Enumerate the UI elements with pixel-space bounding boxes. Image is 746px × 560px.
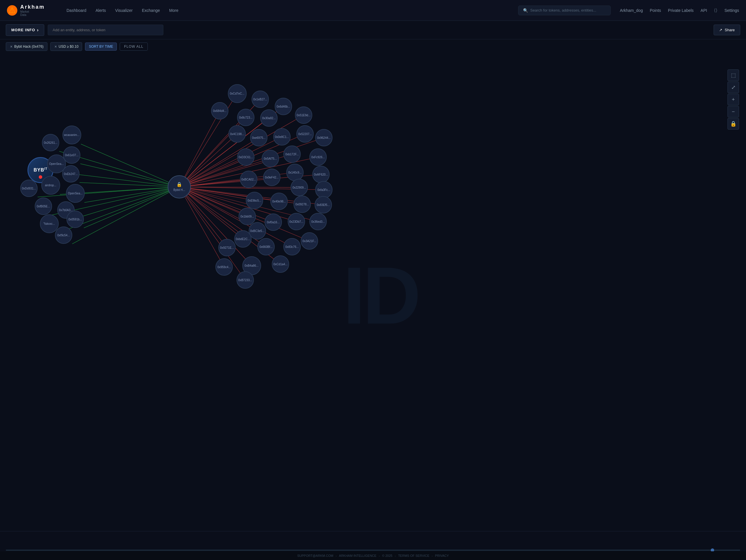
nav-arkham-dog[interactable]: Arkham_dog xyxy=(620,8,643,13)
graph-node[interactable]: 0x96244... xyxy=(315,129,333,146)
bybit-indicator xyxy=(39,175,42,179)
graph-node[interactable]: 0x0e8C1... xyxy=(273,128,291,145)
filter-sort-time[interactable]: SORT BY TIME xyxy=(85,43,117,51)
nav-visualizer[interactable]: Visualizer xyxy=(111,6,137,15)
graph-node[interactable]: 0xD3C61... xyxy=(237,148,254,166)
share-button[interactable]: ↗ Share xyxy=(714,25,740,35)
graph-node[interactable]: 0x30a82... xyxy=(260,109,278,127)
graph-node-label: 0x3A21F... xyxy=(302,239,317,243)
graph-node[interactable]: 0x23Db7... xyxy=(288,213,305,230)
graph-node[interactable]: 0xf9c54... xyxy=(55,226,72,244)
graph-node[interactable]: 0xFc926... xyxy=(309,148,327,166)
graph-node-label: 0xBCA02... xyxy=(241,177,257,181)
graph-node[interactable]: 0x83Ef5... xyxy=(315,196,332,214)
lock-view-button[interactable]: 🔒 xyxy=(727,118,739,130)
graph-node[interactable]: 0xfB05E... xyxy=(35,198,52,215)
graph-node[interactable]: 0x09278... xyxy=(293,196,311,213)
zoom-in-button[interactable]: + xyxy=(727,94,739,105)
nav-dashboard[interactable]: Dashboard xyxy=(62,6,90,15)
graph-node-label: 0x36ed3... xyxy=(311,220,325,224)
graph-node-label: 0xf0a16... xyxy=(266,220,280,224)
nav-api[interactable]: API xyxy=(700,8,707,13)
graph-node-label: 0x1eB27... xyxy=(253,97,268,102)
nav-alerts[interactable]: Alerts xyxy=(92,6,110,15)
graph-node-label: 0x1bb09... xyxy=(240,214,255,219)
graph-node[interactable]: 0xf0a16... xyxy=(264,214,282,231)
graph-node-label: 0x09278... xyxy=(295,202,310,206)
graph-node[interactable]: airdrop... xyxy=(41,176,60,195)
timeline-bar[interactable] xyxy=(6,550,740,551)
nav-points[interactable]: Points xyxy=(650,8,661,13)
graph-node[interactable]: 0x8c723... xyxy=(237,109,254,126)
graph-node-label: OpenSea... xyxy=(67,191,83,196)
graph-node[interactable]: 0xCd1a4... xyxy=(272,255,289,273)
graph-node[interactable]: 0x959c4... xyxy=(216,258,233,276)
share-icon: ↗ xyxy=(719,28,722,32)
graph-node[interactable]: 0xe6975... xyxy=(250,129,267,146)
center-node[interactable]: 🔒 Bybit H... xyxy=(168,175,191,198)
logo-area: Arkham MarketData xyxy=(7,4,53,17)
filter-flow-all[interactable]: FLOW ALL xyxy=(120,43,148,51)
graph-area: ID 🔒 Bybit H... BYBIT 0xCd7eC...0x1eB27.… xyxy=(0,60,746,531)
graph-node[interactable]: 0x1eB27... xyxy=(252,90,269,108)
graph-node[interactable]: 0xAF620... xyxy=(312,166,329,183)
graph-node[interactable]: 0xEb247... xyxy=(62,165,80,183)
graph-node-label: 0xD3C61... xyxy=(238,155,254,159)
graph-node-label: 0x52207... xyxy=(298,132,313,136)
graph-node[interactable]: 0x660Bf... xyxy=(257,238,275,255)
graph-node[interactable]: 0x6d46b... xyxy=(275,98,292,115)
nav-settings[interactable]: Settings xyxy=(724,8,739,13)
graph-node[interactable]: 0x9eF42... xyxy=(263,169,281,186)
graph-node[interactable]: 0xE9bc5... xyxy=(246,192,263,209)
graph-node[interactable]: wcaoanim... xyxy=(62,125,81,144)
arkham-logo-icon xyxy=(7,5,17,16)
graph-node[interactable]: 0xb172F... xyxy=(283,145,301,163)
graph-node[interactable]: 0x51E9d... xyxy=(295,107,312,124)
graph-node-label: 0xEb247... xyxy=(63,172,78,176)
nav-exchange[interactable]: Exchange xyxy=(138,6,164,15)
graph-node[interactable]: 0xbdE2C... xyxy=(234,230,252,248)
graph-node[interactable]: 0xCd7eC... xyxy=(228,84,247,103)
more-info-button[interactable]: MORE INFO xyxy=(6,24,44,36)
graph-node[interactable]: 0x4C198... xyxy=(228,125,246,143)
graph-node[interactable]: 0xB7233... xyxy=(236,271,254,289)
graph-node[interactable]: 0x684d4... xyxy=(211,102,228,119)
svg-line-6 xyxy=(80,183,179,187)
graph-node-label: 0x660Bf... xyxy=(259,245,273,249)
nav-private-labels[interactable]: Private Labels xyxy=(668,8,694,13)
graph-node[interactable]: 0xfa3Fc... xyxy=(315,181,333,198)
graph-node[interactable]: 0xBCA02... xyxy=(240,171,257,188)
filter-usd-close-icon[interactable]: × xyxy=(55,44,57,49)
svg-line-12 xyxy=(84,187,179,228)
graph-node[interactable]: 0x1bb09... xyxy=(238,208,256,225)
filter-close-icon[interactable]: × xyxy=(10,44,12,49)
graph-node[interactable]: 0x40e98... xyxy=(270,193,288,210)
graph-node[interactable]: OpenSea... xyxy=(66,184,85,203)
cursor-tool-button[interactable]: ⬚ xyxy=(727,69,739,81)
svg-line-32 xyxy=(179,177,272,187)
filter-usd[interactable]: × USD ≥ $0.10 xyxy=(50,42,82,51)
graph-node[interactable]: 0x22909... xyxy=(291,179,308,196)
lock-icon: 🔒 xyxy=(176,181,182,187)
graph-node[interactable]: 0x5Af75... xyxy=(262,150,279,167)
graph-node[interactable]: 0xDd931... xyxy=(20,179,37,197)
graph-node-label: 0x4C198... xyxy=(230,132,245,136)
fullscreen-button[interactable]: ⤢ xyxy=(727,82,739,93)
graph-node[interactable]: 0x61e07... xyxy=(63,146,80,164)
graph-node[interactable]: 0x52207... xyxy=(296,125,314,143)
search-bar[interactable]: 🔍 Search for tokens, addresses, entities… xyxy=(518,5,611,15)
graph-node[interactable]: 0x140c9... xyxy=(286,164,304,181)
graph-node[interactable]: 0x3A21F... xyxy=(301,232,318,250)
graph-node[interactable]: 0x9271E... xyxy=(218,239,236,256)
nav-more[interactable]: More xyxy=(165,6,182,15)
logo-text: Arkham MarketData xyxy=(20,4,45,17)
graph-node[interactable]: 0x83c76... xyxy=(283,238,301,255)
graph-node[interactable]: "fukxxc... xyxy=(40,214,59,233)
zoom-out-button[interactable]: − xyxy=(727,106,739,117)
timeline-track xyxy=(0,531,746,553)
graph-node[interactable]: 0x36ed3... xyxy=(309,213,327,230)
filter-bybit-hack[interactable]: × Bybit Hack (0x476) xyxy=(6,42,48,51)
graph-node[interactable]: 0x0591b... xyxy=(66,211,84,228)
entity-input[interactable] xyxy=(48,25,163,35)
graph-node[interactable]: 0x26261... xyxy=(42,134,59,151)
